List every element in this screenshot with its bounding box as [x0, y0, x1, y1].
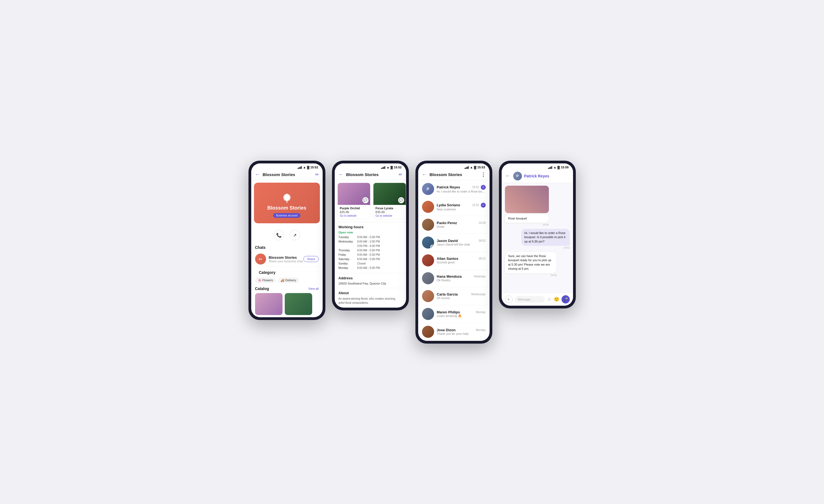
cl-time-carla: Wednesday [471, 293, 486, 296]
hours-row-sun: SundayClosed [338, 262, 402, 266]
msg-bubble-received-2: Sure, we can have the Rose bouquet ready… [505, 252, 557, 273]
product-info-2: Ficus Lyrata €35.00 Go to website [374, 205, 406, 219]
chat-list-item-allan[interactable]: Allan Santos 09:12 Sounds good [418, 251, 490, 270]
working-hours-title: Working hours [338, 225, 402, 229]
back-arrow-4[interactable]: ← [506, 173, 510, 179]
product-card-2[interactable]: 💬 Ficus Lyrata €35.00 Go to website [373, 183, 406, 219]
nav-title-3: Blossom Stories [430, 172, 481, 177]
hours-list: Tuesday9:00 AM - 5:00 PM Wednesday9:00 A… [338, 235, 402, 270]
cl-top-lydia: Lydia Soriano 12:02 × [437, 203, 486, 208]
chat-list-item-paolo[interactable]: Paolo Perez 10:28 Great [418, 216, 490, 234]
phones-container: ▲ ▓ 15:52 ← Blossom Stories ✏ [248, 161, 576, 343]
cl-info-allan: Allan Santos 09:12 Sounds good [437, 257, 486, 264]
address-value: 19920 Southwest Fwy, Quezon City [338, 282, 402, 285]
cl-time-jose: Monday [476, 328, 486, 331]
hours-row-wed2: 3:00 PM - 6:00 PM [338, 244, 402, 248]
category-tags: 🌸 Flowers 🚚 Delivery [255, 277, 319, 283]
chat-list-item-jose[interactable]: Jose Dizon Monday Thank you for your hel… [418, 323, 490, 341]
cl-name-paolo: Paolo Perez [437, 221, 457, 225]
chat-subtitle: Share your business chat [269, 260, 304, 263]
back-arrow-1[interactable]: ← [255, 172, 260, 178]
cl-top-maren: Maren Philips Monday [437, 310, 486, 314]
chat-list-item-lydia[interactable]: Lydia Soriano 12:02 × New customer [418, 198, 490, 216]
product-chat-icon-1[interactable]: 💬 [363, 197, 369, 203]
category-section: Category 🌸 Flowers 🚚 Delivery [251, 267, 323, 285]
cl-name-hana: Hana Mendoza [437, 274, 462, 279]
edit-icon-2[interactable]: ✏ [399, 172, 402, 177]
cl-time-hana: Yesterday [474, 275, 486, 278]
chat-list-item-patrick[interactable]: P Patrick Reyes 15:52 2 Hi, I would like… [418, 180, 490, 198]
share-button[interactable]: ↗ [290, 230, 300, 240]
cl-time-maren: Monday [476, 311, 486, 314]
phone-1: ▲ ▓ 15:52 ← Blossom Stories ✏ [248, 161, 325, 320]
cl-msg-hana: Ok thanks. [437, 279, 486, 282]
msg-image-inner [505, 186, 549, 213]
product-link-1[interactable]: Go to website [340, 214, 368, 217]
cl-top-carla: Carla Garcia Wednesday [437, 292, 486, 296]
products-scroll: 💬 Purple Orchid €25.00 Go to website 💬 F… [335, 180, 406, 222]
cl-top-jose: Jose Dizon Monday [437, 328, 486, 332]
cl-name-patrick: Patrick Reyes [437, 185, 460, 189]
view-all-link[interactable]: View all [308, 287, 319, 290]
business-hero: Blossom Stories Business account [254, 183, 320, 224]
cl-info-jose: Jose Dizon Monday Thank you for your hel… [437, 328, 486, 335]
chat-list-item-carla[interactable]: Carla Garcia Wednesday Of course [418, 287, 490, 305]
status-bar-2: ▲ ▓ 15:52 [335, 164, 406, 170]
msg-sent-1: Hi, I would like to order a Rose bouquet… [521, 229, 570, 249]
catalog-label: Catalog [255, 287, 269, 291]
cl-name-carla: Carla Garcia [437, 292, 458, 296]
cl-msg-allan: Sounds good [437, 261, 486, 264]
message-input[interactable]: Message... [515, 296, 545, 303]
hours-row-wed: Wednesday9:00 AM - 2:00 PM [338, 239, 402, 244]
product-img-ficus: 💬 [374, 183, 406, 205]
chats-section-label: Chats [251, 243, 323, 251]
sticker-icon[interactable]: 🙂 [554, 297, 559, 302]
business-name: Blossom Stories [267, 205, 306, 211]
emoji-icon[interactable]: ☺ [547, 297, 551, 302]
product-name-2: Ficus Lyrata [376, 207, 404, 210]
chat-item[interactable]: BS Blossom Stories Share your business c… [251, 251, 323, 267]
catalog-images [255, 293, 319, 315]
avatar-hana [422, 272, 434, 284]
msg-image [505, 186, 549, 213]
msg-bubble-sent-1: Hi, I would like to order a Rose bouquet… [521, 229, 570, 246]
chat-list-item-jason[interactable]: ⬅ Jason David 09:52 Jason David left the… [418, 234, 490, 251]
action-buttons: 📞 ↗ [251, 226, 323, 243]
status-right-3: ▲ ▓ 15:53 [465, 166, 485, 169]
status-bar-1: ▲ ▓ 15:52 [251, 164, 323, 170]
cl-name-lydia: Lydia Soriano [437, 203, 460, 207]
more-options-icon[interactable]: ⋮ [481, 172, 486, 178]
edit-icon[interactable]: ✏ [315, 172, 319, 177]
battery-icon-3: ▓ [474, 166, 476, 169]
signal-icon-2 [381, 166, 385, 169]
back-arrow-3[interactable]: ← [422, 172, 427, 178]
svg-point-4 [286, 196, 288, 199]
msg-received-2: Sure, we can have the Rose bouquet ready… [505, 252, 557, 277]
nav-title-2: Blossom Stories [346, 172, 399, 177]
avatar-carla [422, 290, 434, 302]
chat-list-item-maren[interactable]: Maren Philips Monday Looks amazing 🔥 [418, 305, 490, 323]
msg-time-1: 15:52 [505, 223, 549, 226]
status-right-4: ▲ ▓ 15:59 [548, 166, 569, 169]
avatar-patrick: P [422, 183, 434, 195]
share-chat-button[interactable]: Share [303, 256, 318, 262]
call-button[interactable]: 📞 [274, 230, 284, 240]
cl-msg-carla: Of course [437, 296, 486, 300]
product-price-1: €25.00 [340, 210, 368, 214]
nav-bar-2: ← Blossom Stories ✏ [335, 170, 406, 180]
cl-msg-patrick: Hi, I would like to order a Rose bouquet… [437, 190, 486, 193]
avatar-allan [422, 254, 434, 267]
add-attachment-button[interactable]: + [505, 296, 513, 303]
hours-row-thu: Thursday9:00 AM - 5:00 PM [338, 248, 402, 253]
msg-bubble-received-1: Rose bouquet [505, 214, 549, 223]
chat-list-item-hana[interactable]: Hana Mendoza Yesterday Ok thanks. [418, 270, 490, 287]
cl-msg-maren: Looks amazing 🔥 [437, 314, 486, 318]
product-card-1[interactable]: 💬 Purple Orchid €25.00 Go to website [337, 183, 371, 219]
back-arrow-2[interactable]: ← [338, 172, 343, 178]
cl-info-carla: Carla Garcia Wednesday Of course [437, 292, 486, 300]
mic-button[interactable]: 🎤 [561, 295, 570, 303]
product-chat-icon-2[interactable]: 💬 [398, 197, 404, 203]
product-link-2[interactable]: Go to website [376, 214, 404, 217]
time-display-4: 15:59 [561, 166, 569, 169]
unread-badge-lydia: × [481, 203, 486, 208]
